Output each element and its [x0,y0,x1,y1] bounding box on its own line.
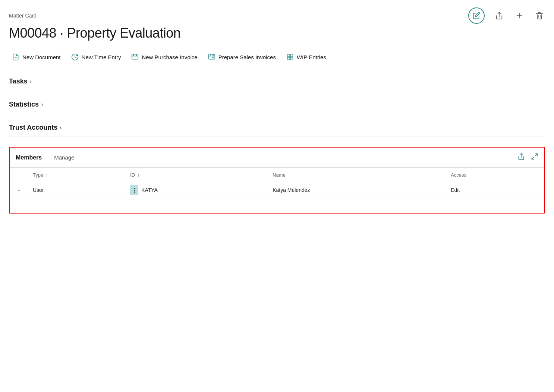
time-icon [71,53,79,61]
svg-point-11 [136,54,137,56]
tasks-label: Tasks [9,78,28,85]
matter-card-label: Matter Card [9,13,37,19]
members-table: Type ↑ ID ↑ Name Access → User [10,168,544,213]
svg-rect-19 [290,57,293,60]
row-id-value: KATYA [141,187,158,193]
th-name: Name [267,168,445,181]
row-id-menu-button[interactable] [130,185,138,195]
row-name: Katya Melendez [267,181,445,199]
header-actions [468,7,545,24]
members-table-header-row: Type ↑ ID ↑ Name Access [10,168,544,181]
new-time-entry-button[interactable]: New Time Entry [68,50,129,64]
table-row[interactable]: → User KATYA Katya Melendez [10,181,544,199]
purchase-icon [131,53,139,61]
trust-accounts-section-title[interactable]: Trust Accounts › [9,124,545,136]
manage-tab[interactable]: Manage [54,154,80,161]
members-expand-button[interactable] [531,153,538,162]
new-purchase-invoice-label: New Purchase Invoice [142,54,197,60]
members-tab[interactable]: Members [16,154,48,161]
trust-accounts-section: Trust Accounts › [9,124,545,136]
add-button[interactable] [514,10,525,21]
wip-icon [286,53,294,61]
new-time-entry-label: New Time Entry [82,54,121,60]
dot1 [134,188,135,189]
statistics-chevron-icon: › [41,101,43,108]
svg-point-15 [213,54,214,56]
th-access: Access [445,168,544,181]
svg-rect-18 [287,57,290,60]
trust-accounts-chevron-icon: › [60,124,62,131]
th-arrow [10,168,27,181]
sales-icon [208,53,215,61]
tab-divider [48,154,48,161]
row-id: KATYA [124,181,267,199]
row-access: Edit [445,181,544,199]
action-toolbar: New Document New Time Entry [9,47,545,67]
row-type: User [27,181,124,199]
svg-line-21 [535,154,538,156]
empty-row [10,199,544,213]
th-id[interactable]: ID ↑ [124,168,267,181]
members-header-actions [517,153,538,162]
tasks-section-title[interactable]: Tasks › [9,78,545,90]
members-header: Members Manage [10,148,544,168]
members-share-button[interactable] [517,153,525,162]
edit-button[interactable] [468,7,485,24]
id-sort-icon: ↑ [138,173,140,177]
prepare-sales-invoices-button[interactable]: Prepare Sales Invoices [205,50,283,64]
document-icon [12,53,19,61]
statistics-label: Statistics [9,101,39,108]
prepare-sales-invoices-label: Prepare Sales Invoices [218,54,276,60]
members-section: Members Manage [9,147,545,214]
th-type[interactable]: Type ↑ [27,168,124,181]
svg-line-22 [532,157,534,159]
svg-rect-16 [287,54,290,57]
row-arrow: → [10,181,27,199]
matter-title: M00048 · Property Evaluation [9,25,545,41]
new-document-label: New Document [22,54,61,60]
svg-rect-8 [132,54,138,59]
dot2 [134,190,135,191]
tasks-chevron-icon: › [30,78,32,85]
statistics-section: Statistics › [9,101,545,113]
wip-entries-button[interactable]: WIP Entries [283,50,334,64]
statistics-section-title[interactable]: Statistics › [9,101,545,113]
new-document-button[interactable]: New Document [9,50,68,64]
tasks-section: Tasks › [9,78,545,90]
share-button[interactable] [494,10,505,21]
wip-entries-label: WIP Entries [297,54,326,60]
new-purchase-invoice-button[interactable]: New Purchase Invoice [128,50,205,64]
trust-accounts-label: Trust Accounts [9,124,57,132]
members-tabs: Members Manage [16,154,80,161]
type-sort-icon: ↑ [46,173,48,177]
svg-rect-17 [290,54,293,57]
dot3 [134,192,135,193]
delete-button[interactable] [534,10,545,21]
